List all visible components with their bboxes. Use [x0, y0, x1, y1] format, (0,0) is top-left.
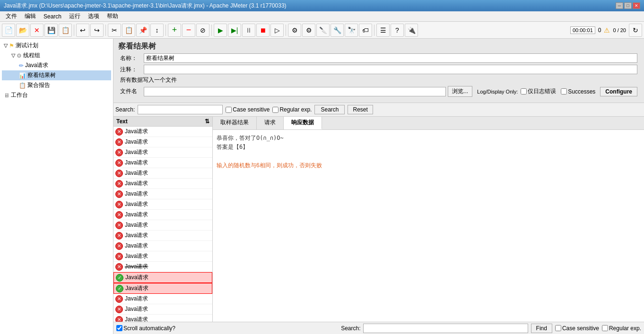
cut-button[interactable]: ✂ [108, 24, 121, 37]
reset-button[interactable]: Reset [348, 105, 373, 114]
close-button[interactable]: ✕ [633, 2, 640, 9]
configure-button[interactable]: Configure [600, 87, 637, 96]
tab-request[interactable]: 请求 [257, 117, 284, 129]
response-line1: 恭喜你，答对了O(∩_∩)O~ [217, 134, 640, 143]
result-item[interactable]: ✕Java请求 [113, 168, 212, 179]
find-button[interactable]: Find [531, 324, 552, 333]
case-sensitive-label[interactable]: Case sensitive [226, 106, 270, 113]
bottom-regex-label[interactable]: Regular exp. [602, 325, 641, 332]
tree-item-aggregate[interactable]: 📋 聚合报告 [2, 80, 111, 90]
open-button[interactable]: 📂 [16, 24, 29, 37]
result-item[interactable]: ✓Java请求 [113, 283, 212, 294]
settings-button[interactable]: 🔧 [331, 24, 344, 37]
result-item[interactable]: ✕Java请求 [113, 137, 212, 147]
tree-item-workbench[interactable]: 🖥 工作台 [2, 90, 111, 100]
result-item[interactable]: ✕Java请求 [113, 147, 212, 158]
menu-file[interactable]: 文件 [2, 11, 21, 21]
result-item[interactable]: ✕Java请求 [113, 220, 212, 231]
result-item[interactable]: ✕Java请求 [113, 251, 212, 262]
expand-button[interactable]: ↕ [150, 24, 164, 37]
clear-button[interactable]: ⊘ [196, 24, 209, 37]
knife-button[interactable]: 🔪 [316, 24, 330, 37]
undo-button[interactable]: ↩ [76, 24, 89, 37]
minimize-button[interactable]: ─ [616, 2, 623, 9]
tree-item-test-plan[interactable]: ▽ ⚑ 测试计划 [2, 41, 111, 51]
successes-checkbox-label[interactable]: Successes [561, 88, 595, 95]
menu-options[interactable]: 选项 [84, 11, 103, 21]
new-button[interactable]: 📄 [2, 24, 15, 37]
result-item[interactable]: ✕Java请求 [113, 179, 212, 189]
menu-run[interactable]: 运行 [65, 11, 84, 21]
refresh-button[interactable]: ↻ [629, 24, 642, 37]
result-list-scroll[interactable]: ✕Java请求✕Java请求✕Java请求✕Java请求✕Java请求✕Java… [113, 127, 212, 322]
result-item[interactable]: ✕Java请求 [113, 262, 212, 272]
result-item-label: Java请求 [125, 305, 148, 313]
remove-button[interactable]: − [182, 24, 195, 37]
stop-hard-button[interactable]: ⏹ [256, 24, 270, 37]
tree-item-java-request[interactable]: ✏ Java请求 [2, 60, 111, 70]
comment-input[interactable] [144, 65, 637, 74]
run-all-button[interactable]: ▶| [228, 24, 241, 37]
bottom-regex-text: Regular exp. [609, 325, 641, 332]
successes-checkbox[interactable] [561, 88, 567, 94]
result-item[interactable]: ✕Java请求 [113, 304, 212, 315]
remote-run-button[interactable]: ▷ [270, 24, 284, 37]
bottom-case-sensitive-checkbox[interactable] [555, 325, 561, 331]
workbench-icon: 🖥 [4, 92, 9, 99]
menu-search[interactable]: Search [40, 12, 65, 21]
fail-icon: ✕ [115, 128, 123, 136]
scroll-auto-checkbox[interactable] [116, 325, 122, 331]
result-item[interactable]: ✕Java请求 [113, 199, 212, 210]
panel-header: 察看结果树 名称： 注释： 所有数据写入一个文件 文件名 浏览... Log/D… [113, 39, 644, 103]
result-item[interactable]: ✕Java请求 [113, 241, 212, 251]
bottom-case-sensitive-label[interactable]: Case sensitive [555, 325, 599, 332]
result-item[interactable]: ✕Java请求 [113, 315, 212, 322]
paste-button[interactable]: 📌 [136, 24, 149, 37]
result-item[interactable]: ✕Java请求 [113, 158, 212, 168]
redo-button[interactable]: ↪ [90, 24, 104, 37]
tag-button[interactable]: 🏷 [359, 24, 372, 37]
result-item[interactable]: ✕Java请求 [113, 294, 212, 304]
result-item[interactable]: ✓Java请求 [113, 272, 212, 283]
help-button[interactable]: ? [391, 24, 404, 37]
add-button[interactable]: + [168, 24, 181, 37]
save-as-button[interactable]: 📋 [59, 24, 72, 37]
tree-item-result-tree[interactable]: 📊 察看结果树 [2, 70, 111, 80]
bottom-search-input[interactable] [363, 324, 528, 333]
plug-button[interactable]: 🔌 [405, 24, 418, 37]
browse-button[interactable]: 浏览... [448, 86, 472, 97]
search-button[interactable]: Search [314, 105, 345, 114]
errors-only-checkbox[interactable] [521, 88, 527, 94]
tree-item-thread-group[interactable]: ▽ ⚙ 线程组 [2, 51, 111, 60]
result-item[interactable]: ✕Java请求 [113, 189, 212, 199]
copy-button[interactable]: 📋 [122, 24, 135, 37]
tab-sampler-result[interactable]: 取样器结果 [213, 117, 257, 129]
stop-button[interactable]: ⏸ [242, 24, 255, 37]
bottom-regex-checkbox[interactable] [602, 325, 608, 331]
save-button[interactable]: 💾 [44, 24, 58, 37]
tool2-button[interactable]: ⚙ [302, 24, 315, 37]
tool1-button[interactable]: ⚙ [288, 24, 301, 37]
fail-icon: ✕ [115, 295, 123, 303]
fail-icon: ✕ [115, 232, 123, 240]
maximize-button[interactable]: □ [624, 2, 632, 9]
search-input[interactable] [138, 105, 223, 114]
result-item[interactable]: ✕Java请求 [113, 127, 212, 137]
menu-edit[interactable]: 编辑 [21, 11, 40, 21]
regex-label[interactable]: Regular exp. [272, 106, 312, 113]
tab-response-data[interactable]: 响应数据 [284, 117, 322, 129]
result-item[interactable]: ✕Java请求 [113, 210, 212, 220]
binoculars-button[interactable]: 🔭 [345, 24, 358, 37]
errors-only-checkbox-label[interactable]: 仅日志错误 [521, 87, 556, 95]
regex-checkbox[interactable] [272, 107, 278, 113]
name-input[interactable] [144, 53, 637, 63]
scroll-auto-label[interactable]: Scroll automatically? [116, 325, 175, 332]
case-sensitive-checkbox[interactable] [226, 107, 232, 113]
result-item-label: Java请求 [125, 180, 148, 188]
result-item[interactable]: ✕Java请求 [113, 231, 212, 241]
filename-input[interactable] [144, 87, 446, 96]
run-button[interactable]: ▶ [214, 24, 227, 37]
menu-help[interactable]: 帮助 [103, 11, 122, 21]
close-file-button[interactable]: ✕ [30, 24, 44, 37]
list-button[interactable]: ☰ [376, 24, 390, 37]
